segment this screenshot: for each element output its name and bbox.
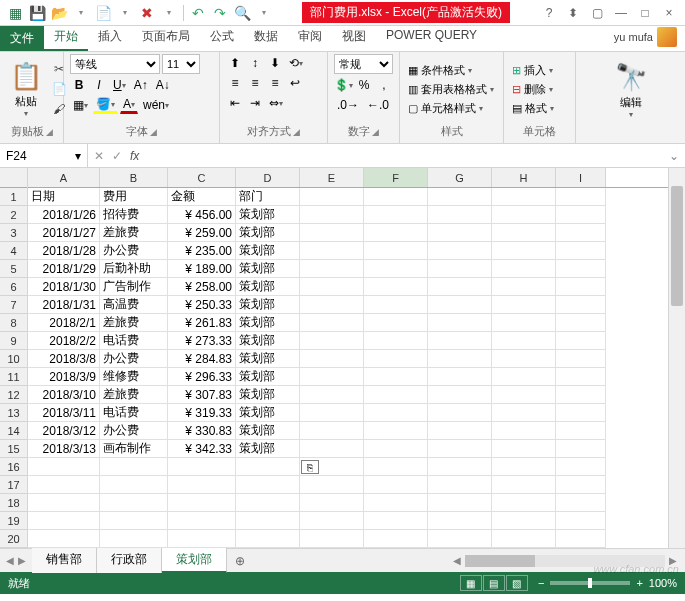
cell[interactable]: 广告制作 bbox=[100, 278, 168, 296]
column-header[interactable]: G bbox=[428, 168, 492, 187]
cell[interactable]: 差旅费 bbox=[100, 314, 168, 332]
cell[interactable] bbox=[556, 260, 606, 278]
cell[interactable] bbox=[100, 512, 168, 530]
cell[interactable]: 策划部 bbox=[236, 242, 300, 260]
cell[interactable]: 高温费 bbox=[100, 296, 168, 314]
cell[interactable]: 办公费 bbox=[100, 350, 168, 368]
sheet-tab[interactable]: 行政部 bbox=[97, 548, 162, 573]
cell[interactable]: ¥ 284.83 bbox=[168, 350, 236, 368]
cell[interactable]: 策划部 bbox=[236, 404, 300, 422]
cell[interactable] bbox=[364, 404, 428, 422]
cell[interactable] bbox=[364, 422, 428, 440]
cell[interactable]: 策划部 bbox=[236, 314, 300, 332]
sheet-tab[interactable]: 销售部 bbox=[32, 548, 97, 573]
row-header[interactable]: 4 bbox=[0, 242, 27, 260]
cell[interactable] bbox=[28, 512, 100, 530]
column-header[interactable]: C bbox=[168, 168, 236, 187]
enter-formula-icon[interactable]: ✓ bbox=[112, 149, 122, 163]
row-header[interactable]: 8 bbox=[0, 314, 27, 332]
align-bottom-icon[interactable]: ⬇ bbox=[266, 54, 284, 72]
dialog-launcher-icon[interactable]: ◢ bbox=[372, 127, 379, 137]
cell[interactable]: 2018/1/28 bbox=[28, 242, 100, 260]
cell[interactable] bbox=[428, 332, 492, 350]
cell[interactable] bbox=[300, 476, 364, 494]
cell[interactable] bbox=[168, 458, 236, 476]
cell[interactable]: ¥ 261.83 bbox=[168, 314, 236, 332]
cell[interactable] bbox=[364, 314, 428, 332]
cell[interactable] bbox=[300, 224, 364, 242]
cell[interactable]: ¥ 259.00 bbox=[168, 224, 236, 242]
cell[interactable] bbox=[28, 530, 100, 548]
zoom-level[interactable]: 100% bbox=[649, 577, 677, 589]
cell[interactable] bbox=[100, 476, 168, 494]
account-user[interactable]: yu mufa bbox=[606, 23, 685, 51]
font-name-combo[interactable]: 等线 bbox=[70, 54, 160, 74]
cell[interactable]: 2018/1/27 bbox=[28, 224, 100, 242]
row-header[interactable]: 7 bbox=[0, 296, 27, 314]
cell[interactable] bbox=[428, 206, 492, 224]
conditional-formatting-button[interactable]: ▦条件格式▾ bbox=[406, 62, 497, 79]
tab-公式[interactable]: 公式 bbox=[200, 24, 244, 51]
increase-font-icon[interactable]: A↑ bbox=[131, 76, 151, 94]
merge-center-button[interactable]: ⇔▾ bbox=[266, 94, 286, 112]
cell[interactable] bbox=[300, 494, 364, 512]
cell[interactable]: 2018/3/8 bbox=[28, 350, 100, 368]
fill-color-button[interactable]: 🪣▾ bbox=[93, 96, 118, 114]
cell[interactable] bbox=[428, 440, 492, 458]
cell[interactable] bbox=[364, 530, 428, 548]
cell[interactable] bbox=[364, 224, 428, 242]
align-top-icon[interactable]: ⬆ bbox=[226, 54, 244, 72]
dropdown-icon[interactable]: ▾ bbox=[115, 3, 135, 23]
cell[interactable] bbox=[364, 368, 428, 386]
cell[interactable]: ¥ 330.83 bbox=[168, 422, 236, 440]
cell[interactable] bbox=[556, 422, 606, 440]
cell[interactable] bbox=[556, 404, 606, 422]
decrease-font-icon[interactable]: A↓ bbox=[153, 76, 173, 94]
cell[interactable] bbox=[428, 404, 492, 422]
cell[interactable]: 2018/3/12 bbox=[28, 422, 100, 440]
dropdown-icon[interactable]: ▾ bbox=[159, 3, 179, 23]
cell[interactable] bbox=[28, 458, 100, 476]
tab-file[interactable]: 文件 bbox=[0, 26, 44, 51]
cell[interactable] bbox=[300, 206, 364, 224]
cell[interactable] bbox=[428, 296, 492, 314]
tab-POWER QUERY[interactable]: POWER QUERY bbox=[376, 24, 487, 51]
row-header[interactable]: 1 bbox=[0, 188, 27, 206]
cell[interactable] bbox=[300, 386, 364, 404]
cell[interactable]: ¥ 456.00 bbox=[168, 206, 236, 224]
cell[interactable] bbox=[300, 440, 364, 458]
close-icon[interactable]: × bbox=[657, 3, 681, 23]
cell[interactable] bbox=[492, 440, 556, 458]
vertical-scrollbar[interactable] bbox=[668, 168, 685, 548]
cell[interactable] bbox=[492, 494, 556, 512]
scrollbar-thumb[interactable] bbox=[465, 555, 535, 567]
page-break-view-icon[interactable]: ▧ bbox=[506, 575, 528, 591]
cell[interactable] bbox=[428, 188, 492, 206]
scroll-left-icon[interactable]: ◀ bbox=[449, 555, 465, 566]
column-header[interactable]: B bbox=[100, 168, 168, 187]
cell[interactable] bbox=[100, 494, 168, 512]
insert-cells-button[interactable]: ⊞插入▾ bbox=[510, 62, 569, 79]
phonetic-button[interactable]: wén▾ bbox=[140, 96, 172, 114]
row-header[interactable]: 5 bbox=[0, 260, 27, 278]
cell[interactable]: 后勤补助 bbox=[100, 260, 168, 278]
column-header[interactable]: A bbox=[28, 168, 100, 187]
cell[interactable] bbox=[556, 332, 606, 350]
cell[interactable]: 策划部 bbox=[236, 368, 300, 386]
cell[interactable] bbox=[492, 530, 556, 548]
cell[interactable] bbox=[556, 188, 606, 206]
cell[interactable]: ¥ 189.00 bbox=[168, 260, 236, 278]
cell[interactable] bbox=[300, 530, 364, 548]
cell[interactable] bbox=[492, 206, 556, 224]
cell[interactable] bbox=[492, 278, 556, 296]
select-all-corner[interactable] bbox=[0, 168, 27, 188]
row-header[interactable]: 13 bbox=[0, 404, 27, 422]
row-header[interactable]: 11 bbox=[0, 368, 27, 386]
column-header[interactable]: F bbox=[364, 168, 428, 187]
cell[interactable] bbox=[492, 476, 556, 494]
cell[interactable]: 部门 bbox=[236, 188, 300, 206]
bold-button[interactable]: B bbox=[70, 76, 88, 94]
help-icon[interactable]: ? bbox=[537, 3, 561, 23]
cell[interactable] bbox=[300, 188, 364, 206]
cell[interactable]: 策划部 bbox=[236, 206, 300, 224]
